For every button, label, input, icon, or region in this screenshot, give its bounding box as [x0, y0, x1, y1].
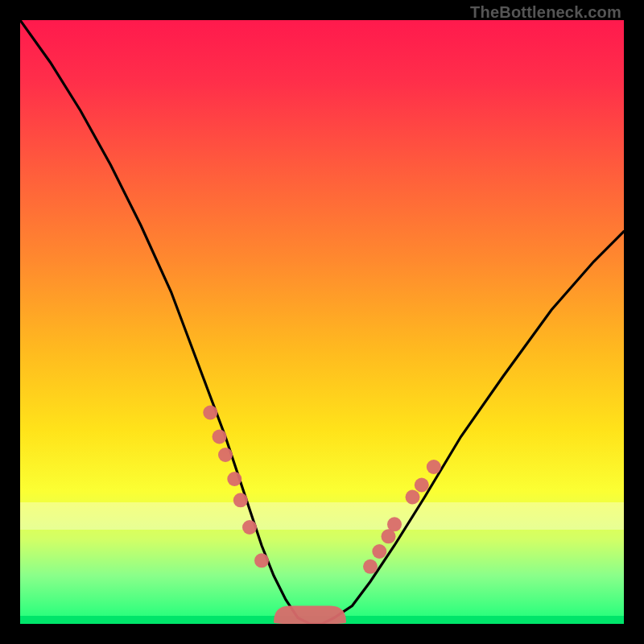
curve-dot: [233, 493, 248, 507]
chart-overlay: [20, 20, 624, 624]
curve-markers-left: [203, 406, 269, 568]
plot-area: [20, 20, 624, 624]
curve-dot: [363, 559, 378, 574]
curve-dot: [406, 490, 420, 505]
curve-dot: [427, 460, 441, 474]
chart-stage: TheBottleneck.com: [0, 0, 644, 644]
curve-dot: [415, 478, 429, 493]
trough-blob: [274, 606, 346, 625]
curve-dot: [203, 406, 217, 420]
bottleneck-curve: [20, 20, 624, 624]
curve-dot: [227, 472, 242, 486]
curve-dot: [218, 448, 233, 462]
watermark-text: TheBottleneck.com: [470, 3, 621, 22]
curve-dot: [242, 520, 257, 535]
curve-dot: [254, 553, 269, 568]
curve-dot: [372, 544, 386, 559]
curve-dot: [213, 430, 227, 444]
curve-dot: [387, 517, 402, 531]
curve-markers-right: [363, 460, 441, 574]
